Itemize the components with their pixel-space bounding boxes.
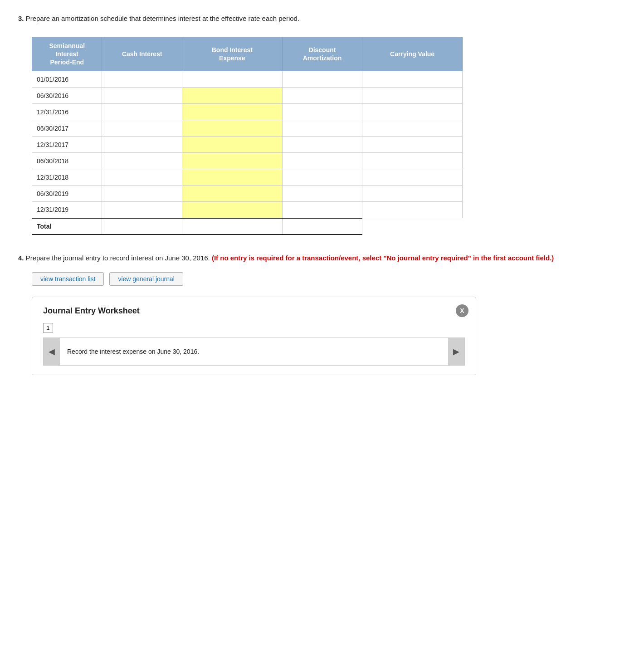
- date-cell: 12/31/2019: [32, 202, 102, 218]
- question-4-normal-text: Prepare the journal entry to record inte…: [26, 254, 210, 262]
- amortization-table-wrapper: SemiannualInterestPeriod-End Cash Intere…: [32, 37, 626, 235]
- bond-interest-input[interactable]: [182, 202, 283, 218]
- cash-interest-input[interactable]: [102, 186, 182, 202]
- bond-interest-input[interactable]: [182, 153, 283, 169]
- discount-amort-input[interactable]: [282, 153, 362, 169]
- discount-amort-input[interactable]: [282, 186, 362, 202]
- total-discount-amort[interactable]: [282, 218, 362, 235]
- cash-interest-input[interactable]: [102, 202, 182, 218]
- question-4-text: 4. Prepare the journal entry to record i…: [18, 253, 626, 264]
- col-header-cash-interest: Cash Interest: [102, 37, 182, 71]
- date-cell: 06/30/2019: [32, 186, 102, 202]
- table-row: 06/30/2016: [32, 88, 463, 104]
- total-bond-interest[interactable]: [182, 218, 283, 235]
- prev-arrow-button[interactable]: ◀: [44, 338, 60, 365]
- table-row: 12/31/2019: [32, 202, 463, 218]
- discount-amort-input[interactable]: [282, 169, 362, 186]
- date-cell: 01/01/2016: [32, 71, 102, 88]
- carrying-value-input[interactable]: [362, 120, 463, 137]
- date-cell: 12/31/2018: [32, 169, 102, 186]
- entry-row: ◀ Record the interest expense on June 30…: [43, 337, 465, 366]
- amortization-table: SemiannualInterestPeriod-End Cash Intere…: [32, 37, 463, 235]
- carrying-value-input[interactable]: [362, 88, 463, 104]
- date-cell: 12/31/2016: [32, 104, 102, 120]
- cash-interest-input[interactable]: [102, 137, 182, 153]
- discount-amort-input[interactable]: [282, 120, 362, 137]
- total-row: Total: [32, 218, 463, 235]
- carrying-value-input[interactable]: [362, 71, 463, 88]
- bond-interest-input[interactable]: [182, 104, 283, 120]
- view-transaction-list-button[interactable]: view transaction list: [32, 272, 104, 286]
- carrying-value-input[interactable]: [362, 169, 463, 186]
- carrying-value-input[interactable]: [362, 137, 463, 153]
- col-header-carrying-value: Carrying Value: [362, 37, 463, 71]
- bond-interest-input[interactable]: [182, 88, 283, 104]
- question-3: 3. Prepare an amortization schedule that…: [18, 14, 626, 24]
- carrying-value-input[interactable]: [362, 153, 463, 169]
- question-4: 4. Prepare the journal entry to record i…: [18, 253, 626, 376]
- cash-interest-input[interactable]: [102, 120, 182, 137]
- discount-amort-input[interactable]: [282, 202, 362, 218]
- question-3-text: Prepare an amortization schedule that de…: [26, 15, 299, 22]
- journal-entry-worksheet: Journal Entry Worksheet X 1 ◀ Record the…: [32, 297, 476, 375]
- question-4-number: 4.: [18, 254, 24, 262]
- entry-number: 1: [43, 323, 53, 333]
- carrying-value-input[interactable]: [362, 104, 463, 120]
- question-3-number: 3.: [18, 15, 24, 22]
- date-cell: 12/31/2017: [32, 137, 102, 153]
- entry-description: Record the interest expense on June 30, …: [60, 338, 448, 365]
- cash-interest-input[interactable]: [102, 169, 182, 186]
- close-button[interactable]: X: [456, 304, 468, 317]
- question-4-red-text: (If no entry is required for a transacti…: [212, 254, 554, 262]
- col-header-discount-amort: DiscountAmortization: [282, 37, 362, 71]
- bond-interest-input[interactable]: [182, 120, 283, 137]
- date-cell: 06/30/2016: [32, 88, 102, 104]
- col-header-bond-interest: Bond InterestExpense: [182, 37, 283, 71]
- table-row: 12/31/2017: [32, 137, 463, 153]
- bond-interest-input[interactable]: [182, 169, 283, 186]
- cash-interest-input[interactable]: [102, 71, 182, 88]
- total-cash-interest[interactable]: [102, 218, 182, 235]
- col-header-period: SemiannualInterestPeriod-End: [32, 37, 102, 71]
- next-arrow-button[interactable]: ▶: [448, 338, 464, 365]
- discount-amort-input[interactable]: [282, 71, 362, 88]
- table-row: 12/31/2018: [32, 169, 463, 186]
- date-cell: 06/30/2017: [32, 120, 102, 137]
- cash-interest-input[interactable]: [102, 88, 182, 104]
- carrying-value-input[interactable]: [362, 202, 463, 218]
- action-buttons: view transaction list view general journ…: [32, 272, 626, 286]
- table-row: 06/30/2017: [32, 120, 463, 137]
- discount-amort-input[interactable]: [282, 137, 362, 153]
- discount-amort-input[interactable]: [282, 104, 362, 120]
- total-carrying-value-empty: [362, 218, 463, 235]
- cash-interest-input[interactable]: [102, 104, 182, 120]
- view-general-journal-button[interactable]: view general journal: [109, 272, 183, 286]
- table-row: 06/30/2019: [32, 186, 463, 202]
- date-cell: 06/30/2018: [32, 153, 102, 169]
- table-row: 06/30/2018: [32, 153, 463, 169]
- bond-interest-input[interactable]: [182, 137, 283, 153]
- bond-interest-input[interactable]: [182, 186, 283, 202]
- bond-interest-input[interactable]: [182, 71, 283, 88]
- worksheet-title: Journal Entry Worksheet: [43, 306, 465, 316]
- cash-interest-input[interactable]: [102, 153, 182, 169]
- discount-amort-input[interactable]: [282, 88, 362, 104]
- carrying-value-input[interactable]: [362, 186, 463, 202]
- table-row: 12/31/2016: [32, 104, 463, 120]
- total-label: Total: [32, 218, 102, 235]
- table-row: 01/01/2016: [32, 71, 463, 88]
